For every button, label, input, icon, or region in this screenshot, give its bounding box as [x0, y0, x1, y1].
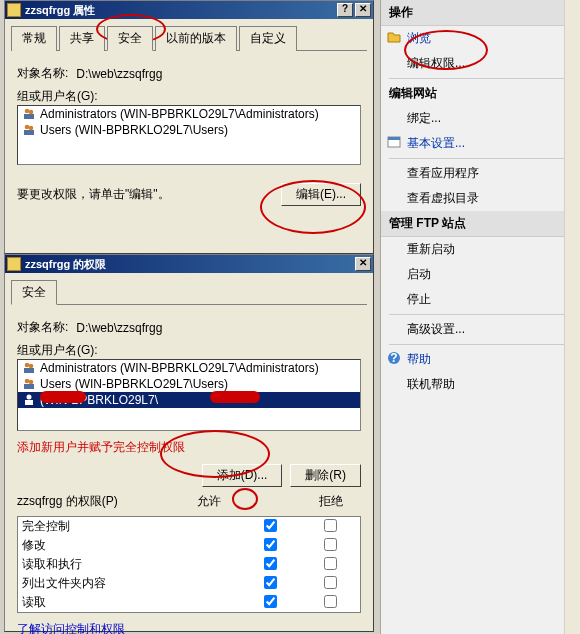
svg-text:?: ? [390, 351, 397, 365]
close-button[interactable]: ✕ [355, 3, 371, 17]
perm-row: 修改 [18, 536, 361, 555]
perm-name: 读取和执行 [18, 555, 241, 574]
col-allow: 允许 [179, 493, 239, 510]
user-list[interactable]: Administrators (WIN-BPBRKLO29L7\Administ… [17, 359, 361, 431]
deny-checkbox[interactable] [324, 557, 337, 570]
folder-icon [7, 257, 21, 271]
list-item-text: Users (WIN-BPBRKLO29L7\Users) [40, 377, 228, 391]
svg-rect-5 [24, 130, 34, 135]
window-title: zzsqfrgg 属性 [25, 3, 335, 18]
user-icon [22, 393, 36, 407]
permissions-table: 完全控制 修改 读取和执行 列出文件夹内容 读取 [17, 516, 361, 613]
list-item[interactable]: Users (WIN-BPBRKLO29L7\Users) [18, 122, 360, 138]
help-icon: ? [387, 351, 401, 365]
perm-name: 读取 [18, 593, 241, 613]
action-basic-settings[interactable]: 基本设置... [381, 131, 580, 156]
settings-icon [387, 135, 401, 149]
actions-panel: 操作 浏览 编辑权限... 编辑网站 绑定... 基本设置... 查看应用程序 … [380, 0, 580, 634]
panel-head-manage: 管理 FTP 站点 [381, 211, 580, 237]
deny-checkbox[interactable] [324, 595, 337, 608]
allow-checkbox[interactable] [264, 557, 277, 570]
list-item[interactable]: Administrators (WIN-BPBRKLO29L7\Administ… [18, 106, 360, 122]
allow-checkbox[interactable] [264, 519, 277, 532]
tab-custom[interactable]: 自定义 [239, 26, 297, 51]
svg-point-12 [27, 395, 32, 400]
col-deny: 拒绝 [301, 493, 361, 510]
allow-checkbox[interactable] [264, 595, 277, 608]
group-icon [22, 107, 36, 121]
action-help[interactable]: ?帮助 [381, 347, 580, 372]
action-stop[interactable]: 停止 [381, 287, 580, 312]
action-label: 绑定... [407, 111, 441, 125]
perm-name: 修改 [18, 536, 241, 555]
allow-checkbox[interactable] [264, 538, 277, 551]
titlebar[interactable]: zzsqfrgg 属性 ? ✕ [5, 1, 373, 19]
action-label: 基本设置... [407, 136, 465, 150]
action-start[interactable]: 启动 [381, 262, 580, 287]
section-edit-site: 编辑网站 [381, 81, 580, 106]
action-bindings[interactable]: 绑定... [381, 106, 580, 131]
svg-point-3 [25, 125, 30, 130]
svg-rect-2 [24, 114, 34, 119]
add-button[interactable]: 添加(D)... [202, 464, 283, 487]
svg-point-1 [29, 110, 34, 115]
group-icon [22, 123, 36, 137]
group-label: 组或用户名(G): [17, 88, 361, 105]
folder-icon [7, 3, 21, 17]
perm-name: 列出文件夹内容 [18, 574, 241, 593]
tab-general[interactable]: 常规 [11, 26, 57, 51]
svg-point-0 [25, 109, 30, 114]
action-label: 查看虚拟目录 [407, 191, 479, 205]
window-title: zzsqfrgg 的权限 [25, 257, 353, 272]
action-edit-permissions[interactable]: 编辑权限... [381, 51, 580, 76]
help-button[interactable]: ? [337, 3, 353, 17]
panel-head-actions: 操作 [381, 0, 580, 26]
svg-point-10 [29, 380, 34, 385]
edit-hint: 要更改权限，请单击"编辑"。 [17, 186, 170, 203]
deny-checkbox[interactable] [324, 576, 337, 589]
allow-checkbox[interactable] [264, 576, 277, 589]
close-button[interactable]: ✕ [355, 257, 371, 271]
action-advanced[interactable]: 高级设置... [381, 317, 580, 342]
list-item[interactable]: Users (WIN-BPBRKLO29L7\Users) [18, 376, 360, 392]
tab-previous[interactable]: 以前的版本 [155, 26, 237, 51]
action-view-vdirs[interactable]: 查看虚拟目录 [381, 186, 580, 211]
perm-header: zzsqfrgg 的权限(P) [17, 493, 118, 510]
svg-point-7 [29, 364, 34, 369]
tab-security[interactable]: 安全 [107, 26, 153, 51]
action-restart[interactable]: 重新启动 [381, 237, 580, 262]
tab-strip: 常规 共享 安全 以前的版本 自定义 [11, 25, 367, 51]
action-label: 启动 [407, 267, 431, 281]
list-item[interactable]: Administrators (WIN-BPBRKLO29L7\Administ… [18, 360, 360, 376]
action-label: 联机帮助 [407, 377, 455, 391]
action-online-help[interactable]: 联机帮助 [381, 372, 580, 397]
list-item-selected[interactable]: (WIN-BPBRKLO29L7\ [18, 392, 360, 408]
svg-rect-8 [24, 368, 34, 373]
tab-sharing[interactable]: 共享 [59, 26, 105, 51]
svg-point-4 [29, 126, 34, 131]
action-label: 停止 [407, 292, 431, 306]
object-name-label: 对象名称: [17, 65, 68, 82]
deny-checkbox[interactable] [324, 538, 337, 551]
learn-link[interactable]: 了解访问控制和权限 [17, 622, 125, 634]
svg-rect-11 [24, 384, 34, 389]
titlebar[interactable]: zzsqfrgg 的权限 ✕ [5, 255, 373, 273]
group-icon [22, 361, 36, 375]
edit-button[interactable]: 编辑(E)... [281, 183, 361, 206]
action-label: 高级设置... [407, 322, 465, 336]
action-label: 编辑权限... [407, 56, 465, 70]
action-view-apps[interactable]: 查看应用程序 [381, 161, 580, 186]
deny-checkbox[interactable] [324, 519, 337, 532]
action-label: 查看应用程序 [407, 166, 479, 180]
perm-row: 读取和执行 [18, 555, 361, 574]
remove-button[interactable]: 删除(R) [290, 464, 361, 487]
list-item-text: Administrators (WIN-BPBRKLO29L7\Administ… [40, 107, 319, 121]
object-name-value: D:\web\zzsqfrgg [76, 321, 361, 335]
add-user-hint: 添加新用户并赋予完全控制权限 [17, 439, 361, 456]
svg-point-9 [25, 379, 30, 384]
user-list[interactable]: Administrators (WIN-BPBRKLO29L7\Administ… [17, 105, 361, 165]
action-browse[interactable]: 浏览 [381, 26, 580, 51]
tab-security[interactable]: 安全 [11, 280, 57, 305]
svg-rect-15 [388, 137, 400, 140]
action-label: 浏览 [407, 31, 431, 45]
